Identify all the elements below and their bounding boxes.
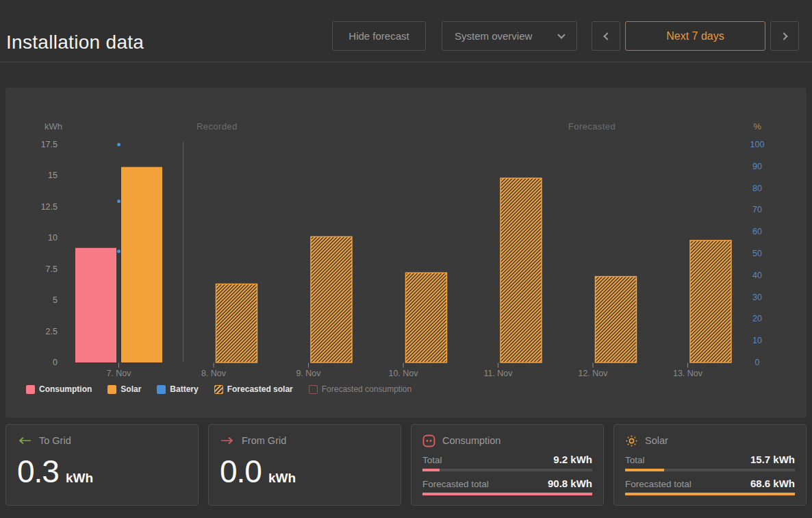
- bar-forecasted-solar-12-nov: [596, 277, 637, 362]
- chevron-down-icon: [557, 31, 565, 38]
- bar-forecasted-solar-10-nov: [406, 273, 447, 362]
- hide-forecast-label: Hide forecast: [348, 30, 409, 42]
- legend-label: Forecasted consumption: [322, 384, 411, 394]
- card-to-grid: To Grid 0.3 kWh: [5, 424, 199, 506]
- to-grid-value: 0.3: [17, 453, 59, 490]
- legend-label: Solar: [120, 384, 141, 394]
- left-axis-tick: 7.5: [46, 264, 58, 274]
- app-header: Installation data Hide forecast System o…: [0, 0, 812, 62]
- progress-fill: [422, 469, 440, 471]
- legend-swatch-consumption: [26, 385, 35, 394]
- card-title: Consumption: [442, 435, 500, 446]
- solar-forecast-metric: Forecasted total 68.6 kWh: [625, 478, 795, 495]
- progress-track: [422, 493, 592, 495]
- card-title: Solar: [645, 435, 668, 446]
- bar-forecasted-solar-13-nov: [690, 241, 731, 362]
- card-title: From Grid: [242, 435, 286, 446]
- x-axis-date-label: 13. Nov: [673, 369, 703, 378]
- right-axis-tick: 70: [752, 205, 762, 214]
- card-title: To Grid: [39, 435, 71, 446]
- metric-label: Forecasted total: [422, 479, 489, 489]
- x-axis-date-label: 12. Nov: [578, 369, 608, 378]
- hide-forecast-button[interactable]: Hide forecast: [332, 21, 426, 51]
- previous-range-button[interactable]: [592, 21, 620, 51]
- summary-cards: To Grid 0.3 kWh From Grid 0.0 kWh Consum…: [5, 424, 807, 506]
- progress-track: [625, 493, 795, 495]
- right-axis-tick: 20: [752, 314, 762, 323]
- energy-chart: kWh%RecordedForecasted02.557.51012.51517…: [5, 88, 807, 418]
- right-axis-tick: 0: [755, 358, 760, 367]
- right-axis-tick: 30: [752, 293, 762, 302]
- card-solar: Solar Total 15.7 kWh Forecasted total 68…: [613, 424, 807, 506]
- arrow-right-icon: [220, 436, 235, 445]
- card-from-grid: From Grid 0.0 kWh: [208, 424, 401, 506]
- right-axis-tick: 40: [752, 271, 762, 280]
- bar-forecasted-solar-11-nov: [500, 178, 542, 362]
- metric-value: 9.2 kWh: [553, 454, 592, 465]
- right-axis-unit: %: [753, 121, 761, 132]
- metric-value: 15.7 kWh: [750, 454, 795, 465]
- progress-fill: [625, 469, 664, 471]
- consumption-total-metric: Total 9.2 kWh: [422, 454, 592, 471]
- solar-total-metric: Total 15.7 kWh: [625, 454, 795, 471]
- left-axis-tick: 10: [48, 233, 58, 243]
- page-title: Installation data: [6, 32, 144, 53]
- progress-track: [625, 469, 795, 471]
- left-axis-tick: 17.5: [41, 140, 58, 149]
- metric-label: Total: [422, 455, 442, 465]
- sun-icon: [625, 434, 638, 447]
- view-selector-value: System overview: [455, 30, 532, 42]
- right-axis-tick: 50: [752, 249, 762, 258]
- arrow-left-icon: [17, 436, 32, 445]
- metric-label: Forecasted total: [625, 479, 692, 489]
- right-axis-tick: 10: [752, 336, 762, 345]
- legend-item-forecasted-solar[interactable]: Forecasted solar: [214, 384, 293, 394]
- bar-consumption-7-nov: [75, 248, 116, 362]
- chevron-left-icon: [603, 32, 611, 40]
- bar-forecasted-solar-9-nov: [311, 236, 352, 362]
- view-selector-dropdown[interactable]: System overview: [442, 21, 577, 51]
- next-range-button[interactable]: [770, 21, 799, 51]
- legend-swatch-battery: [157, 385, 166, 394]
- progress-fill: [422, 493, 592, 495]
- x-axis-date-label: 8. Nov: [201, 369, 227, 378]
- right-axis-tick: 90: [752, 162, 762, 171]
- left-axis-tick: 5: [53, 295, 58, 305]
- date-range-label: Next 7 days: [666, 30, 724, 42]
- recorded-section-label: Recorded: [196, 121, 238, 132]
- legend-item-consumption[interactable]: Consumption: [26, 384, 92, 394]
- chevron-right-icon: [780, 32, 787, 40]
- chart-legend: ConsumptionSolarBatteryForecasted solarF…: [26, 384, 411, 394]
- power-socket-icon: [422, 434, 435, 447]
- left-axis-tick: 2.5: [46, 327, 58, 336]
- x-axis-date-label: 11. Nov: [483, 369, 513, 378]
- bar-solar-7-nov: [121, 167, 162, 362]
- legend-label: Forecasted solar: [227, 384, 293, 394]
- battery-point: [117, 249, 120, 253]
- bar-forecasted-solar-8-nov: [216, 284, 257, 362]
- battery-point: [117, 199, 120, 203]
- forecasted-section-label: Forecasted: [568, 121, 616, 132]
- chart-panel: kWh%RecordedForecasted02.557.51012.51517…: [5, 88, 807, 418]
- battery-point: [117, 143, 120, 147]
- x-axis-date-label: 9. Nov: [296, 369, 321, 378]
- to-grid-unit: kWh: [66, 471, 93, 486]
- x-axis-date-label: 7. Nov: [106, 369, 131, 378]
- left-axis-tick: 15: [48, 171, 58, 180]
- metric-label: Total: [625, 455, 645, 465]
- legend-swatch-forecasted-consumption: [309, 385, 318, 394]
- legend-item-battery[interactable]: Battery: [157, 384, 198, 394]
- legend-item-solar[interactable]: Solar: [107, 384, 141, 394]
- legend-item-forecasted-consumption[interactable]: Forecasted consumption: [309, 384, 411, 394]
- progress-track: [422, 469, 592, 471]
- right-axis-tick: 80: [752, 184, 762, 193]
- left-axis-tick: 0: [53, 358, 58, 367]
- legend-swatch-forecasted-solar: [214, 385, 223, 394]
- left-axis-tick: 12.5: [41, 202, 58, 212]
- right-axis-tick: 60: [752, 227, 762, 236]
- left-axis-unit: kWh: [45, 121, 62, 132]
- from-grid-unit: kWh: [268, 471, 296, 486]
- right-axis-tick: 100: [750, 140, 765, 149]
- date-range-button[interactable]: Next 7 days: [625, 21, 765, 51]
- consumption-forecast-metric: Forecasted total 90.8 kWh: [422, 478, 592, 495]
